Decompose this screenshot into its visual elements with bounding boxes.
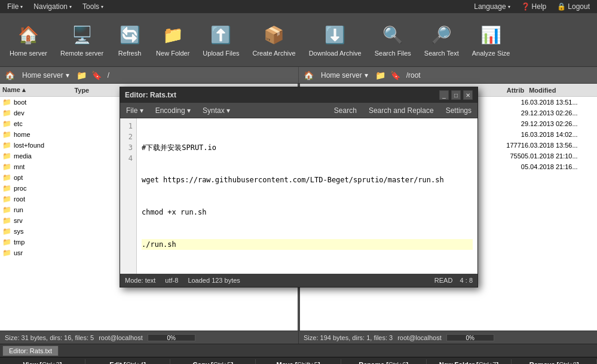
line-num-4: 4 <box>124 153 133 164</box>
menu-arrow-file: ▾ <box>20 4 23 10</box>
left-server-button[interactable]: Home server ▾ <box>19 70 73 81</box>
new-folder-action-button[interactable]: New Folder [Ctrl+7] <box>427 359 512 365</box>
home-server-button[interactable]: 🏠 Home server <box>5 21 52 59</box>
menu-language[interactable]: Language ▾ <box>469 1 515 12</box>
rename-button[interactable]: Rename [Ctrl+6] <box>341 359 427 365</box>
dir-icon: 📁 <box>2 152 11 160</box>
editor-statusbar: Mode: text utf-8 Loaded 123 bytes READ 4… <box>120 274 477 287</box>
action-bar: View [Ctrl+3] Edit [Ctrl+4] Copy [Ctrl+5… <box>0 357 597 364</box>
right-server-arrow: ▾ <box>365 71 368 79</box>
dir-icon: 📁 <box>2 184 11 192</box>
remove-button[interactable]: Remove [Ctrl+8] <box>512 359 597 365</box>
line-numbers: 1 2 3 4 <box>120 118 137 274</box>
left-home-icon[interactable]: 🏠 <box>4 69 16 81</box>
modal-maximize-button[interactable]: □ <box>451 90 461 100</box>
edit-button[interactable]: Edit [Ctrl+4] <box>85 359 171 365</box>
analyze-size-button[interactable]: 📊 Analyze Size <box>467 21 515 59</box>
download-archive-icon: ⬇️ <box>323 23 347 47</box>
create-archive-icon: 📦 <box>262 23 286 47</box>
dir-icon: 📁 <box>2 249 11 257</box>
search-files-icon: 🔍 <box>381 23 405 47</box>
code-line-1: #下载并安装SPRUT.io <box>142 142 473 153</box>
upload-files-button[interactable]: ⬆️ Upload Files <box>198 21 244 59</box>
right-bookmark-icon[interactable]: 🔖 <box>389 69 402 81</box>
left-addr-icons: 🏠 <box>4 69 16 81</box>
modal-titlebar: Editor: Rats.txt _ □ ✕ <box>120 87 477 103</box>
new-folder-button[interactable]: 📁 New Folder <box>151 21 194 59</box>
left-folder-icon[interactable]: 📁 <box>75 69 88 81</box>
editor-menu-syntax[interactable]: Syntax ▾ <box>200 105 232 116</box>
editor-access: READ 4 : 8 <box>434 277 473 284</box>
create-archive-button[interactable]: 📦 Create Archive <box>248 21 301 59</box>
editor-modal: Editor: Rats.txt _ □ ✕ File ▾ Encoding ▾… <box>120 87 478 287</box>
search-text-icon: 🔎 <box>430 23 454 47</box>
refresh-button[interactable]: 🔄 Refresh <box>112 21 148 59</box>
dir-icon: 📁 <box>2 195 11 203</box>
left-addr-icons2: 📁 🔖 <box>75 69 103 81</box>
modal-close-button[interactable]: ✕ <box>463 90 473 100</box>
line-num-3: 3 <box>124 142 133 153</box>
right-progress-bar: 0% <box>446 334 494 341</box>
right-home-icon[interactable]: 🏠 <box>302 69 315 81</box>
dir-icon: 📁 <box>2 163 11 171</box>
dir-icon: 📁 <box>2 130 11 139</box>
status-bar: Size: 31 bytes, dirs: 16, files: 5 root@… <box>0 331 597 344</box>
right-user: root@localhost <box>397 334 442 341</box>
search-text-button[interactable]: 🔎 Search Text <box>420 21 464 59</box>
dir-icon: 📁 <box>2 173 11 182</box>
home-server-icon: 🏠 <box>16 23 40 47</box>
left-address-panel: 🏠 Home server ▾ 📁 🔖 / <box>0 67 298 83</box>
editor-menu-search[interactable]: Search <box>332 105 359 116</box>
move-button[interactable]: Move [Shift+5] <box>256 359 341 365</box>
menu-logout[interactable]: 🔒 Logout <box>552 1 595 12</box>
left-progress-bar: 0% <box>148 334 195 341</box>
dir-icon: 📁 <box>2 109 11 117</box>
search-files-button[interactable]: 🔍 Search Files <box>370 21 416 59</box>
menu-navigation[interactable]: Navigation ▾ <box>29 1 76 12</box>
editor-menu-encoding[interactable]: Encoding ▾ <box>153 105 193 116</box>
dir-icon: 📁 <box>2 227 11 235</box>
menu-tools[interactable]: Tools ▾ <box>78 1 108 12</box>
right-status-text: Size: 194 bytes, dirs: 1, files: 3 <box>304 334 393 341</box>
left-user: root@localhost <box>99 334 143 341</box>
menu-arrow-tools: ▾ <box>101 4 103 10</box>
dir-icon: 📁 <box>2 98 11 106</box>
menu-bar: File ▾ Navigation ▾ Tools ▾ Language ▾ ❓… <box>0 0 597 13</box>
left-bookmark-icon[interactable]: 🔖 <box>90 69 103 81</box>
modal-controls: _ □ ✕ <box>439 90 473 100</box>
editor-menu-file[interactable]: File ▾ <box>124 105 146 116</box>
editor-menubar: File ▾ Encoding ▾ Syntax ▾ Search Search… <box>120 103 477 118</box>
right-address-panel: 🏠 Home server ▾ 📁 🔖 /root <box>299 67 597 83</box>
right-addr-icons: 🏠 <box>302 69 315 81</box>
code-line-3: chmod +x run.sh <box>142 207 473 218</box>
editor-content: 1 2 3 4 #下载并安装SPRUT.io wget https://raw.… <box>120 118 477 274</box>
copy-button[interactable]: Copy [Ctrl+5] <box>170 359 256 365</box>
remote-server-button[interactable]: 🖥️ Remote server <box>56 21 108 59</box>
menu-arrow-nav: ▾ <box>69 4 72 10</box>
line-num-2: 2 <box>124 131 133 142</box>
dir-icon: 📁 <box>2 216 11 225</box>
tab-bar: Editor: Rats.txt <box>0 344 597 357</box>
right-server-button[interactable]: Home server ▾ <box>317 70 372 81</box>
editor-menu-settings[interactable]: Settings <box>443 105 474 116</box>
right-folder-icon[interactable]: 📁 <box>374 69 387 81</box>
modal-minimize-button[interactable]: _ <box>439 90 449 100</box>
editor-menu-search-replace[interactable]: Search and Replace <box>366 105 436 116</box>
dir-icon: 📁 <box>2 141 11 149</box>
download-archive-button[interactable]: ⬇️ Download Archive <box>304 21 366 59</box>
code-line-2: wget https://raw.githubusercontent.com/L… <box>142 175 473 185</box>
line-num-1: 1 <box>124 121 133 131</box>
dir-icon: 📁 <box>2 120 11 128</box>
analyze-size-icon: 📊 <box>479 23 503 47</box>
refresh-icon: 🔄 <box>118 23 142 47</box>
code-area[interactable]: #下载并安装SPRUT.io wget https://raw.githubus… <box>137 118 477 274</box>
menu-help[interactable]: ❓ Help <box>516 1 552 12</box>
right-status-panel: Size: 194 bytes, dirs: 1, files: 3 root@… <box>299 331 597 344</box>
menu-file[interactable]: File ▾ <box>2 1 27 12</box>
editor-title: Editor: Rats.txt <box>125 91 176 99</box>
remote-server-icon: 🖥️ <box>70 23 94 47</box>
left-server-arrow: ▾ <box>66 71 69 79</box>
editor-tab[interactable]: Editor: Rats.txt <box>2 345 59 356</box>
view-button[interactable]: View [Ctrl+3] <box>0 359 85 365</box>
upload-files-icon: ⬆️ <box>209 23 233 47</box>
